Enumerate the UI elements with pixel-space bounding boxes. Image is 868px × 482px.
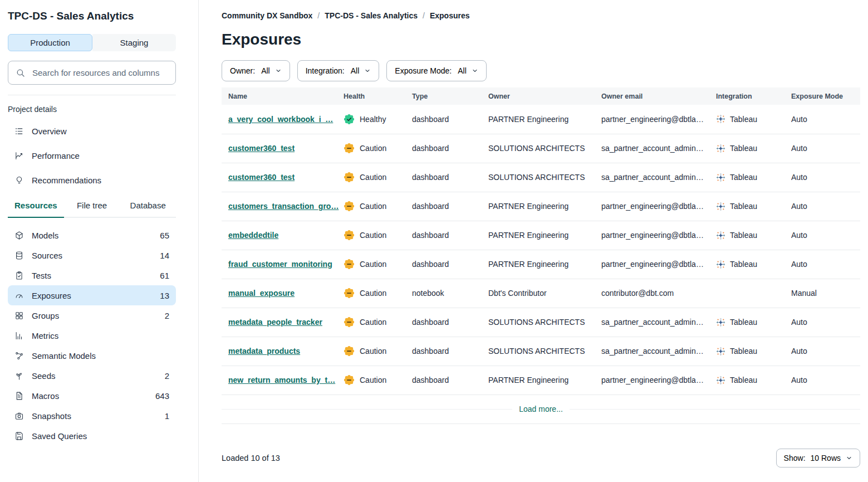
integration-cell: Tableau (716, 221, 791, 250)
table-footer: Loaded 10 of 13 Show: 10 Rows (222, 449, 860, 468)
filter-value: All (261, 66, 270, 75)
sidebar-tabs: ResourcesFile treeDatabase (8, 201, 176, 218)
health-caution-badge-icon (344, 259, 355, 270)
owner-email-cell: contributor@dbt.com (601, 279, 716, 308)
health-label: Caution (360, 289, 386, 298)
health-label: Caution (360, 173, 386, 182)
tableau-icon (716, 144, 725, 153)
integration-label: Tableau (730, 347, 757, 356)
tableau-icon (716, 202, 725, 211)
exposure-name-link[interactable]: fraud_customer_monitoring (228, 260, 332, 269)
integration-cell: Tableau (716, 163, 791, 192)
sidebar-item-performance[interactable]: Performance (8, 147, 176, 164)
owner-email-cell: sa_partner_account_admin… (601, 308, 716, 337)
filter-label: Owner: (230, 66, 255, 75)
exposure-mode-cell: Auto (791, 337, 860, 366)
sidebar-item-tests[interactable]: Tests61 (8, 265, 176, 285)
search-box[interactable] (8, 61, 176, 85)
type-cell: dashboard (412, 105, 488, 134)
health-label: Caution (360, 202, 386, 211)
breadcrumb-item[interactable]: TPC-DS - Sales Analytics (325, 11, 418, 20)
breadcrumb-separator: / (317, 11, 320, 20)
tableau-icon (716, 376, 725, 385)
integration-label: Tableau (730, 202, 757, 211)
exposure-name-link[interactable]: manual_exposure (228, 289, 295, 298)
resource-count: 2 (165, 311, 169, 320)
sidebar-item-saved-queries[interactable]: Saved Queries (8, 426, 176, 446)
integration-cell: Tableau (716, 308, 791, 337)
grid-icon (14, 311, 24, 320)
breadcrumb-item[interactable]: Community DX Sandbox (222, 11, 312, 20)
column-header-integration: Integration (716, 87, 791, 105)
env-tab-staging[interactable]: Staging (92, 34, 176, 51)
integration-cell: Tableau (716, 192, 791, 221)
file-text-icon (14, 391, 24, 401)
resource-label: Exposures (32, 291, 71, 300)
resource-list: Models65Sources14Tests61Exposures13Group… (8, 225, 176, 446)
health-caution-badge-icon (344, 230, 355, 241)
owner-cell: Dbt's Contributor (488, 279, 601, 308)
sidebar-item-models[interactable]: Models65 (8, 225, 176, 245)
exposure-name-link[interactable]: customer360_test (228, 144, 295, 153)
sidebar-item-snapshots[interactable]: Snapshots1 (8, 406, 176, 426)
filter-exposure-mode[interactable]: Exposure Mode:All (386, 60, 487, 81)
load-more-link[interactable]: Load more... (512, 405, 570, 413)
exposure-name-link[interactable]: customers_transaction_gro… (228, 202, 339, 211)
exposure-name-link[interactable]: a_very_cool_workbook_i_… (228, 115, 333, 124)
exposure-mode-cell: Auto (791, 308, 860, 337)
clipboard-check-icon (14, 271, 24, 280)
integration-cell: Tableau (716, 337, 791, 366)
sidebar-item-metrics[interactable]: Metrics (8, 325, 176, 345)
tab-file-tree[interactable]: File tree (64, 201, 120, 218)
sidebar-item-exposures[interactable]: Exposures13 (8, 285, 176, 305)
exposure-mode-cell: Auto (791, 163, 860, 192)
show-rows-dropdown[interactable]: Show: 10 Rows (776, 449, 860, 468)
owner-cell: SOLUTIONS ARCHITECTS (488, 163, 601, 192)
health-label: Caution (360, 376, 386, 384)
tab-database[interactable]: Database (120, 201, 176, 218)
owner-cell: PARTNER Engineering (488, 366, 601, 395)
owner-email-cell: partner_engineering@dbtla… (601, 221, 716, 250)
filter-integration[interactable]: Integration:All (297, 60, 380, 81)
resource-label: Saved Queries (32, 431, 87, 441)
exposure-name-link[interactable]: new_return_amounts_by_t… (228, 376, 335, 384)
owner-email-cell: partner_engineering@dbtla… (601, 105, 716, 134)
exposure-name-link[interactable]: embeddedtile (228, 231, 278, 240)
exposure-mode-cell: Auto (791, 192, 860, 221)
project-details-label: Project details (8, 105, 176, 114)
table-row: manual_exposureCautionnotebookDbt's Cont… (222, 279, 860, 308)
breadcrumb: Community DX Sandbox/TPC-DS - Sales Anal… (222, 11, 860, 20)
integration-cell: Tableau (716, 105, 791, 134)
resource-label: Metrics (32, 331, 58, 340)
exposure-name-link[interactable]: metadata_products (228, 347, 300, 356)
load-more-line-right (570, 409, 860, 410)
menu-item-label: Recommendations (32, 176, 101, 185)
sidebar-item-overview[interactable]: Overview (8, 123, 176, 139)
exposure-name-link[interactable]: customer360_test (228, 173, 295, 182)
owner-cell: PARTNER Engineering (488, 192, 601, 221)
filter-owner[interactable]: Owner:All (222, 60, 290, 81)
integration-label: Tableau (730, 318, 757, 327)
sidebar-item-groups[interactable]: Groups2 (8, 305, 176, 325)
integration-label: Tableau (730, 115, 757, 124)
sidebar: TPC-DS - Sales Analytics ProductionStagi… (0, 0, 199, 482)
owner-email-cell: sa_partner_account_admin… (601, 134, 716, 163)
tab-resources[interactable]: Resources (8, 201, 64, 218)
integration-cell (716, 279, 791, 308)
owner-cell: SOLUTIONS ARCHITECTS (488, 337, 601, 366)
sidebar-item-semantic-models[interactable]: Semantic Models (8, 345, 176, 366)
integration-label: Tableau (730, 231, 757, 240)
sidebar-item-sources[interactable]: Sources14 (8, 245, 176, 265)
filter-bar: Owner:AllIntegration:AllExposure Mode:Al… (222, 60, 860, 81)
resource-label: Sources (32, 251, 62, 260)
sidebar-item-macros[interactable]: Macros643 (8, 386, 176, 406)
search-input[interactable] (31, 67, 168, 78)
column-header-type: Type (412, 87, 488, 105)
exposure-mode-cell: Manual (791, 279, 860, 308)
exposure-name-link[interactable]: metadata_people_tracker (228, 318, 322, 327)
sidebar-item-seeds[interactable]: Seeds2 (8, 366, 176, 386)
sidebar-item-recommendations[interactable]: Recommendations (8, 172, 176, 188)
env-tab-production[interactable]: Production (8, 34, 92, 51)
network-icon (14, 351, 24, 361)
integration-cell: Tableau (716, 366, 791, 395)
